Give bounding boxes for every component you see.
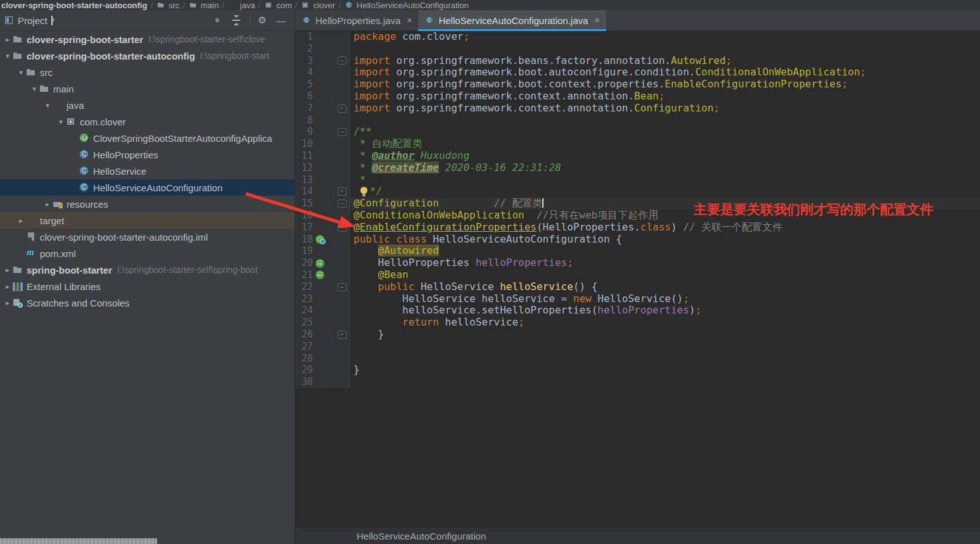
line-number[interactable]: 21 [295, 269, 313, 281]
line-number[interactable]: 6 [295, 91, 313, 103]
code-text[interactable]: * @createTime 2020-03-16 22:31:28 [350, 162, 980, 174]
line-number[interactable]: 18 [295, 234, 313, 246]
line-number[interactable]: 2 [295, 43, 313, 55]
code-text[interactable]: import org.springframework.boot.context.… [350, 79, 980, 91]
code-text[interactable] [350, 43, 980, 55]
tree-item-main[interactable]: ▾main [0, 80, 295, 97]
tree-item-External Libraries[interactable]: ▸External Libraries [0, 278, 295, 294]
tree-item-pom.xml[interactable]: pom.xml [0, 245, 295, 262]
code-text[interactable]: import org.springframework.boot.autoconf… [350, 66, 980, 79]
project-tree-hscrollbar[interactable] [0, 538, 157, 544]
line-number[interactable]: 22 [295, 281, 313, 293]
code-text[interactable]: return helloService; [350, 317, 980, 329]
tab-close-icon[interactable]: × [594, 15, 599, 25]
line-number[interactable]: 14 [295, 186, 313, 198]
code-text[interactable]: import org.springframework.context.annot… [350, 91, 980, 103]
line-number[interactable]: 5 [295, 79, 313, 91]
fold-start-icon[interactable]: − [338, 128, 347, 136]
tree-item-Scratches and Consoles[interactable]: ▸Scratches and Consoles [0, 294, 295, 311]
tree-item-spring-boot-starter[interactable]: ▸spring-boot-starterI:\springboot-starte… [0, 262, 295, 278]
line-number[interactable]: 27 [295, 341, 313, 353]
locate-button[interactable]: ⌖ [210, 13, 224, 27]
code-text[interactable]: @Autowired [350, 245, 980, 257]
breadcrumb-item-clover[interactable]: clover [299, 0, 336, 10]
code-text[interactable] [350, 115, 980, 127]
line-number[interactable]: 9 [295, 126, 313, 138]
fold-end-icon[interactable]: ⌐ [338, 187, 347, 196]
line-number[interactable]: 3 [295, 55, 313, 67]
tree-item-clover-spring-boot-starter-autoconfig[interactable]: ▾clover-spring-boot-starter-autoconfigI:… [0, 47, 295, 64]
line-number[interactable]: 7 [295, 103, 313, 115]
breadcrumb-item-com[interactable]: com [262, 0, 293, 10]
code-text[interactable]: /** [350, 126, 980, 138]
code-text[interactable]: import org.springframework.beans.factory… [350, 55, 980, 67]
fold-end-icon[interactable]: ⌐ [338, 331, 347, 339]
tab-close-icon[interactable]: × [407, 15, 412, 25]
breadcrumb-item-src[interactable]: src [155, 0, 181, 10]
code-text[interactable]: HelloProperties helloProperties; [350, 257, 980, 269]
code-text[interactable]: helloService.setHelloProperties(helloPro… [350, 305, 980, 317]
tree-item-com.clover[interactable]: ▾com.clover [0, 113, 295, 130]
line-number[interactable]: 25 [295, 317, 313, 329]
line-number[interactable]: 30 [295, 376, 313, 388]
fold-end-icon[interactable]: ⌐ [338, 104, 347, 113]
line-number[interactable]: 1 [295, 31, 313, 43]
line-number[interactable]: 11 [295, 150, 313, 162]
hide-button[interactable]: — [274, 13, 288, 27]
line-number[interactable]: 4 [295, 66, 313, 79]
code-text[interactable]: * @author Huxudong [350, 150, 980, 162]
tree-item-clover-spring-boot-starter-autoconfig.iml[interactable]: clover-spring-boot-starter-autoconfig.im… [0, 229, 295, 245]
fold-start-icon[interactable]: − [338, 224, 347, 232]
bean-gutter-icon[interactable] [315, 234, 332, 244]
code-text[interactable]: * 自动配置类 [350, 138, 980, 150]
tree-item-HelloServiceAutoConfiguration[interactable]: HelloServiceAutoConfiguration [0, 179, 295, 196]
breadcrumb-item-HelloServiceAutoConfiguration[interactable]: HelloServiceAutoConfiguration [343, 0, 470, 10]
line-number[interactable]: 12 [295, 162, 313, 174]
line-number[interactable]: 15 [295, 198, 313, 210]
code-text[interactable] [350, 341, 980, 353]
code-text[interactable] [350, 353, 980, 365]
line-number[interactable]: 28 [295, 353, 313, 365]
line-number[interactable]: 26 [295, 329, 313, 341]
code-text[interactable]: * [350, 174, 980, 186]
code-text[interactable]: public HelloService helloService() { [350, 281, 980, 293]
line-number[interactable]: 17 [295, 222, 313, 234]
tab-HelloProperties.java[interactable]: HelloProperties.java× [295, 10, 418, 30]
code-text[interactable]: } [350, 329, 980, 341]
code-text[interactable] [350, 376, 980, 388]
line-number[interactable]: 8 [295, 115, 313, 127]
code-text[interactable]: package com.clover; [350, 31, 980, 43]
line-number[interactable]: 20 [295, 257, 313, 269]
fold-start-icon[interactable]: − [338, 283, 347, 291]
tree-item-resources[interactable]: ▸resources [0, 196, 295, 212]
tree-item-HelloProperties[interactable]: HelloProperties [0, 146, 295, 163]
code-text[interactable]: @EnableConfigurationProperties(HelloProp… [350, 222, 980, 234]
bean-out-gutter-icon[interactable]: → [315, 258, 332, 269]
settings-button[interactable]: ⚙ [255, 13, 269, 27]
project-dropdown-icon[interactable]: ▾ [51, 16, 53, 25]
code-text[interactable]: import org.springframework.context.annot… [350, 103, 980, 115]
code-text[interactable]: } [350, 364, 980, 376]
breadcrumb-item-clover-spring-boot-starter-autoconfig[interactable]: clover-spring-boot-starter-autoconfig [0, 1, 148, 10]
project-tree[interactable]: ▸clover-spring-boot-starterI:\springboot… [0, 31, 295, 311]
tree-item-src[interactable]: ▾src [0, 64, 295, 80]
line-number[interactable]: 19 [295, 245, 313, 257]
line-number[interactable]: 23 [295, 293, 313, 305]
fold-start-icon[interactable]: − [338, 56, 347, 65]
editor-breadcrumb-class[interactable]: HelloServiceAutoConfiguration [357, 531, 486, 541]
fold-start-icon[interactable]: − [338, 199, 347, 208]
tree-item-clover-spring-boot-starter[interactable]: ▸clover-spring-boot-starterI:\springboot… [0, 31, 295, 47]
bean-in-gutter-icon[interactable]: → [315, 270, 332, 280]
tree-item-CloverSpringBootStarterAutoconfigApplica[interactable]: CloverSpringBootStarterAutoconfigApplica [0, 130, 295, 146]
line-number[interactable]: 24 [295, 305, 313, 317]
code-text[interactable]: HelloService helloService = new HelloSer… [350, 293, 980, 305]
tree-item-java[interactable]: ▾java [0, 97, 295, 113]
line-number[interactable]: 16 [295, 210, 313, 222]
line-number[interactable]: 10 [295, 138, 313, 150]
breadcrumb-item-java[interactable]: java [226, 0, 257, 10]
code-text[interactable]: */ [350, 186, 980, 198]
code-text[interactable]: public class HelloServiceAutoConfigurati… [350, 234, 980, 246]
code-text[interactable]: @Bean [350, 269, 980, 281]
intention-bulb-icon[interactable] [360, 187, 369, 196]
line-number[interactable]: 13 [295, 174, 313, 186]
